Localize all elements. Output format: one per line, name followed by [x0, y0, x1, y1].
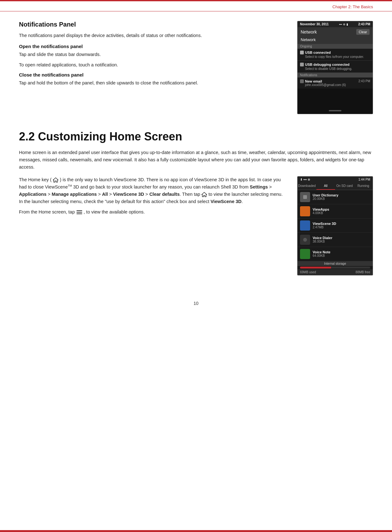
email-title-text: New email — [305, 79, 322, 83]
phone-notifications-label: Notifications — [297, 73, 373, 77]
para2-mid4: > — [46, 192, 52, 197]
phone-screenshot-notif: November 30, 2011 ▪▪▪ ⊕ ▮ 2:43 PM Networ… — [297, 21, 373, 114]
open-notif-text2: To open related applications, touch a no… — [19, 61, 288, 69]
phone-network-header: Network Clear — [297, 27, 373, 37]
app-info-voice-dialer: Voice Dialer 38.00KB — [313, 236, 332, 243]
svg-marker-0 — [53, 178, 58, 182]
phone-network-text: Network — [301, 29, 317, 34]
battery-icon: ▮ — [346, 23, 348, 26]
apps-time: 1:44 PM — [358, 178, 370, 181]
app-size-voice-dialer: 38.00KB — [313, 240, 332, 243]
usb-title-text: USB connected — [305, 51, 331, 54]
app-size-viewscene3d: 2.47MB — [313, 226, 336, 229]
apps-status-icons: ⬇ ▪▪▪ ⊕ — [300, 178, 310, 181]
bottom-red-bar — [0, 530, 392, 532]
phone-clear-button[interactable]: Clear — [356, 29, 370, 35]
svg-rect-5 — [303, 195, 307, 199]
para2-mid7: > — [144, 192, 150, 197]
tab-all[interactable]: All — [316, 182, 335, 190]
svg-rect-3 — [77, 212, 82, 213]
debug-icon — [300, 63, 304, 66]
tab-running[interactable]: Running — [354, 182, 373, 190]
phone-bottom — [297, 89, 373, 114]
phone-usb-notif: USB connected Select to copy files to/fr… — [297, 49, 373, 61]
section22-para2: The Home key ( ) is the only way to laun… — [19, 176, 288, 206]
phone-email-sub: john.xxxx005@gmail.com (6) — [300, 83, 346, 87]
phone-debug-sub: Select to disable USB debugging. — [300, 67, 370, 71]
signal-icon: ▪▪▪ — [339, 23, 342, 26]
wifi-icon: ⊕ — [343, 23, 346, 26]
close-notif-text: Tap and hold the bottom of the panel, th… — [19, 79, 288, 87]
tab-sd-card[interactable]: On SD card — [335, 182, 354, 190]
page-number: 10 — [0, 294, 392, 309]
phone-usb-sub: Select to copy files to/from your comput… — [300, 55, 370, 59]
svg-point-8 — [303, 238, 307, 242]
apps-wifi-icon: ⊕ — [308, 178, 310, 181]
para3-start: From the Home screen, tap — [19, 209, 76, 214]
menu-icon — [76, 210, 83, 214]
para2-start: The Home key ( — [19, 177, 52, 182]
app-name-user-dict: User Dictionary — [313, 193, 338, 197]
bold-all: All — [102, 192, 108, 197]
app-info-user-dict: User Dictionary 20.00KB — [313, 193, 338, 201]
notif-phone-screenshot-col: November 30, 2011 ▪▪▪ ⊕ ▮ 2:43 PM Networ… — [297, 21, 373, 114]
notifications-title: Notifications Panel — [19, 21, 288, 28]
app-name-viewapps: ViewApps — [313, 207, 329, 211]
app-icon-viewscene3d — [300, 220, 310, 231]
app-item-viewscene3d[interactable]: ViewScene 3D 2.47MB — [297, 219, 373, 233]
app-item-viewapps[interactable]: ViewApps 4.00KB — [297, 204, 373, 219]
app-size-user-dict: 20.00KB — [313, 197, 338, 201]
phone-email-title: New email — [300, 79, 346, 83]
phone-email-notif: New email john.xxxx005@gmail.com (6) 2:4… — [297, 77, 373, 89]
notifications-section: Notifications Panel The notifications pa… — [19, 21, 373, 114]
chapter-header-text: Chapter 2: The Basics — [333, 4, 373, 9]
open-notif-text1: Tap and slide the status bar downwards. — [19, 51, 288, 58]
phone-apps-screenshot: ⬇ ▪▪▪ ⊕ 1:44 PM Downloaded All On SD — [297, 176, 373, 275]
svg-rect-4 — [77, 213, 82, 214]
section22-title: 2.2 Customizing Home Screen — [19, 130, 373, 143]
page-content: Notifications Panel The notifications pa… — [0, 11, 392, 294]
app-icon-voice-note — [300, 249, 310, 259]
close-notif-title: Close the notifications panel — [19, 72, 288, 77]
app-icon-user-dict — [300, 192, 310, 202]
phone-email-time: 2:43 PM — [358, 79, 370, 83]
app-item-voice-dialer[interactable]: Voice Dialer 38.00KB — [297, 233, 373, 247]
phone-email-left: New email john.xxxx005@gmail.com (6) — [300, 79, 346, 87]
home-key-icon — [53, 177, 58, 182]
apps-storage-bar: 69MB used 88MB free — [297, 269, 373, 275]
para2-mid6: > — [108, 192, 113, 197]
storage-free-text: 88MB free — [356, 270, 370, 274]
svg-marker-1 — [202, 192, 207, 197]
phone-debug-notif: USB debugging connected Select to disabl… — [297, 61, 373, 73]
phone-status-icons: ▪▪▪ ⊕ ▮ — [339, 23, 348, 26]
app-info-viewscene3d: ViewScene 3D 2.47MB — [313, 222, 336, 229]
bold-manage-apps: Manage applications — [52, 192, 97, 197]
chapter-header: Chapter 2: The Basics — [0, 1, 392, 11]
app-icon-viewapps — [300, 206, 310, 216]
bold-applications: Applications — [19, 192, 46, 197]
usb-icon — [300, 51, 304, 54]
apps-signal-icon: ▪▪▪ — [303, 178, 307, 181]
phone-network-row: Network — [297, 37, 373, 44]
section22-text-col: The Home key ( ) is the only way to laun… — [19, 176, 288, 219]
open-notif-title: Open the notifications panel — [19, 44, 288, 49]
storage-bar-used — [300, 267, 331, 269]
app-name-voice-note: Voice Note — [313, 250, 330, 254]
section22-para1: Home screen is an extended panel user in… — [19, 149, 373, 171]
section22-layout: The Home key ( ) is the only way to laun… — [19, 176, 373, 275]
storage-used-text: 69MB used — [300, 270, 316, 274]
download-icon: ⬇ — [300, 178, 303, 181]
app-item-user-dictionary[interactable]: User Dictionary 20.00KB — [297, 190, 373, 204]
para2-mid2: 3D and go back to your stock launcher fo… — [72, 184, 250, 189]
debug-title-text: USB debugging connected — [305, 63, 350, 66]
tab-downloaded[interactable]: Downloaded — [297, 182, 316, 190]
para2-mid5: > — [97, 192, 102, 197]
para2-mid8: . Then tap — [180, 192, 201, 197]
svg-rect-2 — [77, 210, 82, 211]
notifications-intro: The notifications panel displays the dev… — [19, 32, 288, 39]
phone-ongoing-label: Ongoing — [297, 44, 373, 49]
app-info-voice-note: Voice Note 64.00KB — [313, 250, 330, 257]
app-item-voice-note[interactable]: Voice Note 64.00KB — [297, 247, 373, 261]
phone-debug-title: USB debugging connected — [300, 63, 370, 66]
bold-settings: Settings — [250, 184, 268, 189]
